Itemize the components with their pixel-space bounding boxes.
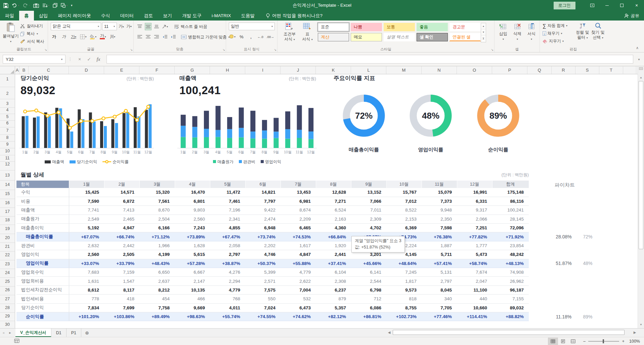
table-header-12월[interactable]: 12월 [457,181,492,188]
vscroll-thumb[interactable] [639,81,643,249]
row-label[interactable]: 매출액 [16,206,69,215]
column-header-partial[interactable] [623,66,636,74]
row-header-2[interactable]: 2 [0,91,15,96]
cell-style-표준[interactable]: 표준 [318,23,349,31]
table-cell[interactable]: 2,474 [245,215,281,223]
table-header-9월[interactable]: 9월 [351,181,386,188]
table-cell[interactable]: 6,141 [351,268,386,277]
tab-데이터[interactable]: 데이터 [115,11,139,21]
table-cell[interactable]: 7,797 [245,197,281,205]
name-box[interactable]: Y32▾ [3,55,66,64]
tab-i-MATRIX[interactable]: i-MATRIX [207,11,236,21]
table-cell[interactable]: 6,872 [104,197,139,205]
table-cell[interactable]: 2,350 [422,215,457,223]
cell-style-메모[interactable]: 메모 [351,33,382,41]
table-cell[interactable]: 7,758 [139,303,175,312]
table-header-7월[interactable]: 7월 [281,181,316,188]
table-cell[interactable]: +82.12% [316,312,351,321]
zoom-level[interactable]: 100% [625,339,640,344]
row-header-27[interactable]: 27 [0,297,15,301]
table-cell[interactable]: 7,245 [386,268,422,277]
table-cell[interactable]: +66.74% [104,232,139,241]
table-cell[interactable]: 4,746 [245,250,281,259]
table-cell[interactable]: 4,199 [139,250,175,259]
table-cell[interactable]: 7,598 [422,224,457,232]
row-header-20[interactable]: 20 [0,235,15,240]
donut-chart-순이익률[interactable]: 89% [473,90,523,141]
table-cell[interactable]: 7,741 [69,206,104,215]
select-all-corner[interactable] [0,66,15,74]
table-cell[interactable]: +55.74% [210,312,245,321]
table-cell[interactable]: 2,544 [351,277,386,285]
row-label[interactable]: 수익 [16,188,69,197]
table-cell[interactable]: +98.63% [175,312,210,321]
table-cell[interactable]: +114.41% [457,312,492,321]
autosum-button[interactable]: ∑자동 합계▾ [543,23,567,29]
table-cell[interactable]: +102.73% [386,312,422,321]
column-header-R[interactable]: R [552,66,575,74]
column-header-M[interactable]: M [386,66,422,74]
table-cell[interactable]: 7,066 [351,197,386,205]
row-header-18[interactable]: 18 [0,218,15,222]
table-header-3월[interactable]: 3월 [139,181,175,188]
column-header-N[interactable]: N [422,66,457,74]
tab-보기[interactable]: 보기 [158,11,177,21]
table-cell[interactable]: 2,308 [316,277,351,285]
row-header-11[interactable]: 11 [0,156,15,160]
row-label[interactable]: 매출총이익 [16,224,69,232]
table-cell[interactable]: 2,147 [175,277,210,285]
scroll-left-icon[interactable]: ◀ [386,329,392,336]
tab-삽입[interactable]: 삽입 [34,11,53,21]
sheet-tab-V_손익계산서[interactable]: V_손익계산서 [15,329,51,337]
hscroll-thumb[interactable] [393,330,625,335]
row-label[interactable]: 법인세비용 [16,295,69,303]
cell-style-나쁨[interactable]: 나쁨 [351,23,382,31]
table-cell[interactable]: 4,011 [210,303,245,312]
row-header-30[interactable]: 30 [0,322,15,327]
decrease-font-icon[interactable]: 가▾ [126,23,132,30]
table-cell[interactable]: 10,660 [457,303,492,312]
table-cell[interactable]: 1,887 [422,241,457,250]
table-cell[interactable]: 11,100 [457,285,492,294]
horizontal-scrollbar[interactable]: ◀ ▶ [386,329,638,336]
table-cell[interactable]: 532 [281,295,316,303]
row-header-29[interactable]: 29 [0,314,15,318]
row-label[interactable]: 매출원가 [16,215,69,223]
restore-icon[interactable] [614,0,629,11]
borders-button[interactable]: ▾ [80,33,87,40]
table-cell[interactable]: 8,670 [139,206,175,215]
close-icon[interactable]: × [629,0,644,11]
table-cell[interactable]: 7,575 [245,285,281,294]
row-header-9[interactable]: 9 [0,142,15,147]
table-cell[interactable]: 8,674 [281,206,316,215]
table-cell[interactable]: +45.66% [351,259,386,268]
table-cell[interactable]: 8,117 [104,285,139,294]
table-cell[interactable]: +38.87% [210,259,245,268]
table-cell[interactable]: 175,148 [492,188,529,197]
copy-window-icon[interactable] [53,3,57,8]
table-cell[interactable]: 4,947 [104,224,139,232]
row-label[interactable]: 영업이익 [16,250,69,259]
sheet-tab-D1[interactable]: D1 [51,329,67,337]
row-header-24[interactable]: 24 [0,270,15,275]
table-cell[interactable]: 712 [351,295,386,303]
table-cell[interactable]: 13,453 [281,188,316,197]
table-cell[interactable]: 9,669 [175,303,210,312]
align-top-icon[interactable] [136,23,143,30]
row-header-17[interactable]: 17 [0,209,15,214]
table-cell[interactable]: 2,465 [104,215,139,223]
minimize-icon[interactable] [600,0,614,11]
tab-수식[interactable]: 수식 [96,11,115,21]
table-cell[interactable]: +33.79% [104,259,139,268]
paste-window-icon[interactable]: ▾ [61,3,68,8]
table-cell[interactable]: +67.47% [210,232,245,241]
percent-style-icon[interactable]: % [238,33,245,40]
sort-filter-button[interactable]: ㄱㅎ 정렬 및필터 ▾ [575,23,590,40]
row-header-12[interactable]: 12 [0,162,15,166]
table-cell[interactable]: 74,908 [492,268,529,277]
row-label[interactable]: 영업외수익 [16,268,69,277]
table-cell[interactable]: 7,561 [139,197,175,205]
table-header-8월[interactable]: 8월 [316,181,351,188]
table-cell[interactable]: 2,209 [281,215,316,223]
table-header-합계[interactable]: 합계 [492,181,529,188]
